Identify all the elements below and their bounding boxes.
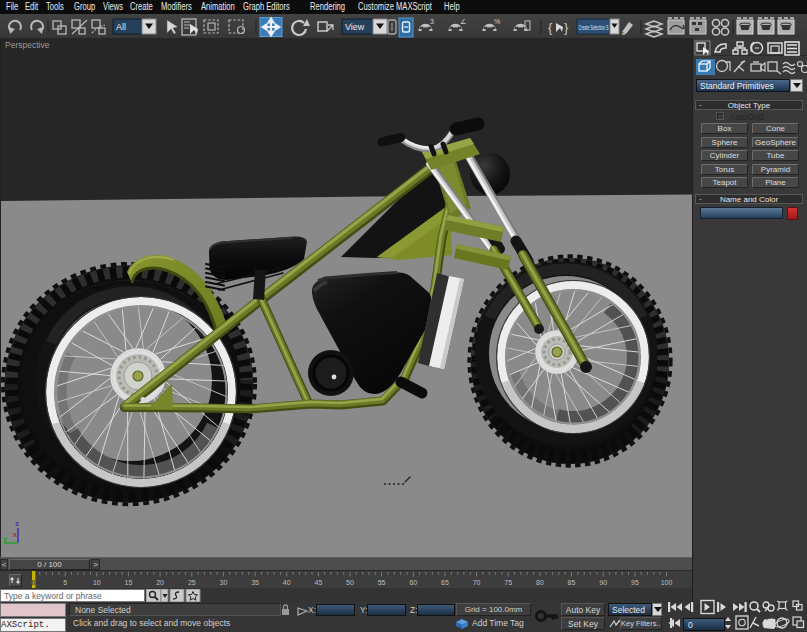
svg-text:75: 75 <box>504 579 512 586</box>
svg-text:Create Selection S: Create Selection S <box>579 22 609 31</box>
svg-text:70: 70 <box>473 579 481 586</box>
svg-text:30: 30 <box>220 579 228 586</box>
svg-text:%: % <box>494 18 500 25</box>
svg-text:y: y <box>3 534 8 543</box>
svg-text:95: 95 <box>631 579 639 586</box>
svg-text:∠: ∠ <box>460 18 466 25</box>
svg-text:10: 10 <box>93 579 101 586</box>
svg-text:5: 5 <box>63 579 67 586</box>
svg-text:All: All <box>116 22 126 32</box>
svg-text:}: } <box>564 20 569 35</box>
svg-text:85: 85 <box>568 579 576 586</box>
svg-text:35: 35 <box>251 579 259 586</box>
svg-text:50: 50 <box>346 579 354 586</box>
svg-text:40: 40 <box>283 579 291 586</box>
svg-text:80: 80 <box>536 579 544 586</box>
svg-text:{: { <box>548 20 553 35</box>
svg-text:25: 25 <box>188 579 196 586</box>
svg-text:x: x <box>13 531 17 538</box>
svg-text:55: 55 <box>378 579 386 586</box>
svg-text:65: 65 <box>441 579 449 586</box>
svg-text:0: 0 <box>32 579 36 586</box>
svg-text:100: 100 <box>661 579 673 586</box>
svg-text:20: 20 <box>156 579 164 586</box>
svg-text:3: 3 <box>430 18 434 25</box>
svg-text:60: 60 <box>409 579 417 586</box>
svg-text:z: z <box>15 519 19 528</box>
svg-text:15: 15 <box>125 579 133 586</box>
svg-text:45: 45 <box>315 579 323 586</box>
svg-text:View: View <box>345 22 365 32</box>
svg-text:90: 90 <box>599 579 607 586</box>
